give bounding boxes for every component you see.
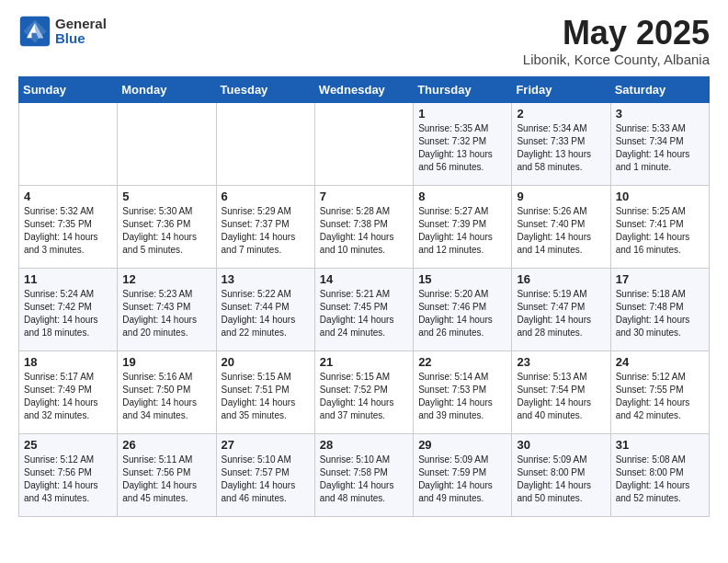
title-block: May 2025 Libonik, Korce County, Albania bbox=[523, 15, 710, 67]
day-number: 13 bbox=[222, 272, 310, 286]
weekday-header-thursday: Thursday bbox=[414, 76, 512, 102]
header: General Blue May 2025 Libonik, Korce Cou… bbox=[18, 15, 710, 67]
day-number: 16 bbox=[517, 272, 605, 286]
day-number: 25 bbox=[24, 438, 112, 452]
calendar-table: SundayMondayTuesdayWednesdayThursdayFrid… bbox=[18, 76, 710, 517]
weekday-header-monday: Monday bbox=[118, 76, 216, 102]
day-number: 5 bbox=[122, 190, 210, 203]
day-info: Sunrise: 5:34 AMSunset: 7:33 PMDaylight:… bbox=[517, 122, 605, 174]
day-number: 1 bbox=[418, 107, 506, 121]
day-cell: 31Sunrise: 5:08 AMSunset: 8:00 PMDayligh… bbox=[610, 433, 709, 516]
day-info: Sunrise: 5:22 AMSunset: 7:44 PMDaylight:… bbox=[222, 288, 310, 339]
weekday-header-saturday: Saturday bbox=[610, 76, 709, 102]
day-cell: 17Sunrise: 5:18 AMSunset: 7:48 PMDayligh… bbox=[610, 268, 709, 350]
day-info: Sunrise: 5:24 AMSunset: 7:42 PMDaylight:… bbox=[24, 288, 112, 339]
day-cell bbox=[314, 102, 413, 185]
day-cell: 15Sunrise: 5:20 AMSunset: 7:46 PMDayligh… bbox=[414, 268, 512, 350]
day-number: 20 bbox=[222, 355, 310, 369]
day-number: 7 bbox=[320, 190, 408, 203]
week-row-4: 18Sunrise: 5:17 AMSunset: 7:49 PMDayligh… bbox=[19, 350, 710, 433]
day-info: Sunrise: 5:25 AMSunset: 7:41 PMDaylight:… bbox=[616, 205, 704, 257]
day-number: 19 bbox=[122, 355, 210, 369]
day-info: Sunrise: 5:35 AMSunset: 7:32 PMDaylight:… bbox=[418, 122, 506, 174]
day-cell: 4Sunrise: 5:32 AMSunset: 7:35 PMDaylight… bbox=[19, 185, 118, 268]
day-cell: 25Sunrise: 5:12 AMSunset: 7:56 PMDayligh… bbox=[19, 433, 118, 516]
day-cell: 5Sunrise: 5:30 AMSunset: 7:36 PMDaylight… bbox=[118, 185, 216, 268]
day-cell: 22Sunrise: 5:14 AMSunset: 7:53 PMDayligh… bbox=[414, 350, 512, 433]
day-number: 11 bbox=[24, 272, 112, 286]
day-info: Sunrise: 5:33 AMSunset: 7:34 PMDaylight:… bbox=[616, 122, 704, 174]
month-title: May 2025 bbox=[523, 15, 710, 52]
logo-icon bbox=[18, 15, 51, 48]
day-number: 2 bbox=[517, 107, 605, 121]
day-info: Sunrise: 5:20 AMSunset: 7:46 PMDaylight:… bbox=[418, 288, 506, 339]
day-number: 26 bbox=[122, 438, 210, 452]
day-cell: 2Sunrise: 5:34 AMSunset: 7:33 PMDaylight… bbox=[512, 102, 610, 185]
location: Libonik, Korce County, Albania bbox=[523, 52, 710, 67]
day-info: Sunrise: 5:11 AMSunset: 7:56 PMDaylight:… bbox=[122, 454, 210, 505]
day-cell: 29Sunrise: 5:09 AMSunset: 7:59 PMDayligh… bbox=[414, 433, 512, 516]
weekday-header-tuesday: Tuesday bbox=[216, 76, 314, 102]
day-number: 24 bbox=[616, 355, 704, 369]
day-number: 29 bbox=[418, 438, 506, 452]
day-cell: 14Sunrise: 5:21 AMSunset: 7:45 PMDayligh… bbox=[314, 268, 413, 350]
day-cell: 11Sunrise: 5:24 AMSunset: 7:42 PMDayligh… bbox=[19, 268, 118, 350]
day-info: Sunrise: 5:30 AMSunset: 7:36 PMDaylight:… bbox=[122, 205, 210, 257]
weekday-header-row: SundayMondayTuesdayWednesdayThursdayFrid… bbox=[19, 76, 710, 102]
day-number: 31 bbox=[616, 438, 704, 452]
day-number: 22 bbox=[418, 355, 506, 369]
day-info: Sunrise: 5:23 AMSunset: 7:43 PMDaylight:… bbox=[122, 288, 210, 339]
day-cell: 7Sunrise: 5:28 AMSunset: 7:38 PMDaylight… bbox=[314, 185, 413, 268]
day-number: 18 bbox=[24, 355, 112, 369]
day-cell: 3Sunrise: 5:33 AMSunset: 7:34 PMDaylight… bbox=[610, 102, 709, 185]
day-number: 9 bbox=[517, 190, 605, 203]
day-info: Sunrise: 5:18 AMSunset: 7:48 PMDaylight:… bbox=[616, 288, 704, 339]
day-cell: 9Sunrise: 5:26 AMSunset: 7:40 PMDaylight… bbox=[512, 185, 610, 268]
day-cell: 10Sunrise: 5:25 AMSunset: 7:41 PMDayligh… bbox=[610, 185, 709, 268]
day-info: Sunrise: 5:09 AMSunset: 8:00 PMDaylight:… bbox=[517, 454, 605, 505]
day-number: 30 bbox=[517, 438, 605, 452]
logo-text: General Blue bbox=[55, 17, 107, 47]
day-number: 17 bbox=[616, 272, 704, 286]
day-info: Sunrise: 5:09 AMSunset: 7:59 PMDaylight:… bbox=[418, 454, 506, 505]
day-cell: 23Sunrise: 5:13 AMSunset: 7:54 PMDayligh… bbox=[512, 350, 610, 433]
day-cell: 28Sunrise: 5:10 AMSunset: 7:58 PMDayligh… bbox=[314, 433, 413, 516]
day-info: Sunrise: 5:12 AMSunset: 7:56 PMDaylight:… bbox=[24, 454, 112, 505]
day-cell: 26Sunrise: 5:11 AMSunset: 7:56 PMDayligh… bbox=[118, 433, 216, 516]
weekday-header-sunday: Sunday bbox=[19, 76, 118, 102]
day-info: Sunrise: 5:12 AMSunset: 7:55 PMDaylight:… bbox=[616, 371, 704, 422]
day-cell bbox=[216, 102, 314, 185]
day-number: 10 bbox=[616, 190, 704, 203]
day-number: 28 bbox=[320, 438, 408, 452]
week-row-5: 25Sunrise: 5:12 AMSunset: 7:56 PMDayligh… bbox=[19, 433, 710, 516]
day-info: Sunrise: 5:13 AMSunset: 7:54 PMDaylight:… bbox=[517, 371, 605, 422]
day-cell: 21Sunrise: 5:15 AMSunset: 7:52 PMDayligh… bbox=[314, 350, 413, 433]
day-number: 8 bbox=[418, 190, 506, 203]
weekday-header-friday: Friday bbox=[512, 76, 610, 102]
week-row-1: 1Sunrise: 5:35 AMSunset: 7:32 PMDaylight… bbox=[19, 102, 710, 185]
day-cell: 8Sunrise: 5:27 AMSunset: 7:39 PMDaylight… bbox=[414, 185, 512, 268]
day-cell: 13Sunrise: 5:22 AMSunset: 7:44 PMDayligh… bbox=[216, 268, 314, 350]
day-info: Sunrise: 5:10 AMSunset: 7:57 PMDaylight:… bbox=[222, 454, 310, 505]
day-info: Sunrise: 5:32 AMSunset: 7:35 PMDaylight:… bbox=[24, 205, 112, 257]
day-info: Sunrise: 5:21 AMSunset: 7:45 PMDaylight:… bbox=[320, 288, 408, 339]
day-info: Sunrise: 5:27 AMSunset: 7:39 PMDaylight:… bbox=[418, 205, 506, 257]
week-row-3: 11Sunrise: 5:24 AMSunset: 7:42 PMDayligh… bbox=[19, 268, 710, 350]
day-cell: 16Sunrise: 5:19 AMSunset: 7:47 PMDayligh… bbox=[512, 268, 610, 350]
day-number: 27 bbox=[222, 438, 310, 452]
day-cell: 19Sunrise: 5:16 AMSunset: 7:50 PMDayligh… bbox=[118, 350, 216, 433]
day-cell: 27Sunrise: 5:10 AMSunset: 7:57 PMDayligh… bbox=[216, 433, 314, 516]
logo: General Blue bbox=[18, 15, 107, 48]
day-number: 4 bbox=[24, 190, 112, 203]
day-info: Sunrise: 5:14 AMSunset: 7:53 PMDaylight:… bbox=[418, 371, 506, 422]
day-cell bbox=[118, 102, 216, 185]
day-number: 12 bbox=[122, 272, 210, 286]
day-number: 21 bbox=[320, 355, 408, 369]
day-cell: 6Sunrise: 5:29 AMSunset: 7:37 PMDaylight… bbox=[216, 185, 314, 268]
day-info: Sunrise: 5:15 AMSunset: 7:51 PMDaylight:… bbox=[222, 371, 310, 422]
day-number: 23 bbox=[517, 355, 605, 369]
day-info: Sunrise: 5:17 AMSunset: 7:49 PMDaylight:… bbox=[24, 371, 112, 422]
page: General Blue May 2025 Libonik, Korce Cou… bbox=[0, 0, 728, 532]
week-row-2: 4Sunrise: 5:32 AMSunset: 7:35 PMDaylight… bbox=[19, 185, 710, 268]
day-number: 15 bbox=[418, 272, 506, 286]
